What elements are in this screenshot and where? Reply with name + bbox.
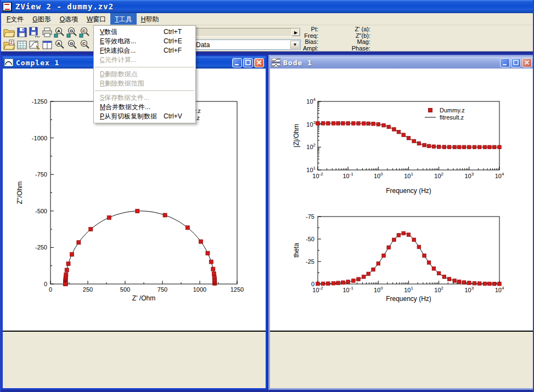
combobox-value: Data	[196, 41, 210, 49]
tools-menu-item-r: R删除数据范围	[94, 79, 195, 88]
svg-text:100: 100	[374, 286, 383, 293]
nyquist-xlabel: Z' /Ohm	[132, 294, 155, 302]
readout-label: Pt:	[276, 26, 318, 33]
readout-label: Mag:	[319, 39, 370, 46]
svg-text:C: C	[82, 29, 86, 33]
menu-bar: F文件G图形O选项W窗口T工具H帮助	[1, 13, 534, 25]
app-icon	[3, 2, 12, 12]
readout-labels-right: Z' (a):Z"(b):Mag:Phase:	[319, 26, 370, 52]
svg-text:10-2: 10-2	[312, 172, 323, 179]
zoom-a-icon[interactable]: A	[54, 39, 66, 51]
legend-label: Dummy.z	[440, 107, 465, 113]
menu-f[interactable]: F文件	[2, 13, 28, 25]
bode-window-icon	[272, 58, 280, 67]
zoom-c-data-icon[interactable]: C	[79, 26, 91, 38]
svg-text:104: 104	[306, 97, 316, 105]
zoom-g-icon[interactable]: G	[66, 39, 78, 51]
svg-text:-1250: -1250	[32, 98, 47, 105]
complex-maximize-button[interactable]	[243, 58, 253, 67]
svg-text:104: 104	[495, 286, 504, 293]
svg-text:102: 102	[306, 143, 316, 150]
graph-setup-icon[interactable]	[29, 39, 41, 51]
menu-separator	[95, 90, 194, 91]
readout-label: Bias:	[276, 39, 318, 46]
zview-main-window: ZView 2 - dummy.zv2 F文件G图形O选项W窗口T工具H帮助 ▶…	[0, 0, 534, 392]
legend-label: fitresult.z	[440, 114, 464, 121]
menu-g[interactable]: G图形	[28, 13, 55, 25]
tools-menu-item-p[interactable]: P从剪切板复制数据Ctrl+V	[94, 112, 195, 121]
bode-mag-ylabel: |Z|/Ohm	[293, 124, 300, 147]
open-file-icon[interactable]	[3, 26, 15, 38]
zoom-a-data-icon[interactable]: A	[54, 26, 66, 38]
menu-separator	[95, 67, 194, 67]
main-title-bar[interactable]: ZView 2 - dummy.zv2	[1, 0, 534, 13]
menu-o[interactable]: O选项	[55, 13, 82, 25]
menu-w[interactable]: W窗口	[82, 13, 110, 25]
tools-menu-item-s: S保存数据文件...	[94, 93, 195, 103]
svg-text:103: 103	[464, 172, 474, 179]
svg-text:10-1: 10-1	[342, 172, 353, 179]
bode-phase-xlabel: Frequency (Hz)	[386, 295, 431, 303]
svg-text:102: 102	[434, 172, 443, 179]
svg-text:101: 101	[404, 172, 413, 179]
tools-menu-item-v[interactable]: V数值Ctrl+T	[94, 27, 195, 37]
svg-text:103: 103	[306, 120, 316, 128]
window-title: ZView 2 - dummy.zv2	[15, 2, 114, 11]
svg-text:104: 104	[495, 172, 504, 179]
bode-plots[interactable]: 10-210-1100101102103104101102103104Frequ…	[270, 69, 533, 331]
readout-labels-left: Pt:Freq:Bias:Ampl:	[276, 26, 318, 52]
bode-plot-area: 10-210-1100101102103104101102103104Frequ…	[270, 69, 533, 331]
svg-text:500: 500	[120, 286, 130, 293]
svg-text:-75: -75	[306, 213, 314, 220]
menu-h[interactable]: H帮助	[137, 13, 164, 25]
menu-shortcut: Ctrl+F	[164, 46, 182, 55]
complex-minimize-button[interactable]	[232, 58, 242, 67]
svg-text:C: C	[82, 41, 86, 46]
menu-shortcut: Ctrl+E	[164, 37, 182, 46]
svg-text:G: G	[70, 41, 73, 46]
save-file-icon[interactable]	[16, 26, 28, 38]
zoom-g-data-icon[interactable]: G	[66, 26, 78, 38]
tile-windows-icon[interactable]	[41, 39, 53, 51]
svg-text:1250: 1250	[231, 286, 244, 293]
zoom-c-icon[interactable]: C	[79, 39, 91, 51]
bode-window-title: Bode 1	[283, 59, 499, 67]
svg-text:-750: -750	[35, 171, 47, 178]
open-z-file-icon[interactable]: Z	[3, 39, 15, 51]
svg-text:-250: -250	[35, 244, 47, 251]
svg-text:0: 0	[44, 281, 47, 287]
data-table-icon[interactable]	[16, 39, 28, 51]
toolbar: ▶ Data ▼ Pt:Freq:Bias:Ampl: Z' (a):Z"(b)…	[1, 25, 534, 52]
readout-label: Ampl:	[276, 46, 318, 52]
bode-close-button[interactable]	[522, 58, 532, 67]
mdi-client-area: Complex 1 0250500750100012500-250-500-75…	[1, 52, 534, 392]
complex-window-icon	[4, 59, 13, 66]
tools-menu-item-m[interactable]: M合并数据文件...	[94, 103, 195, 112]
svg-text:750: 750	[158, 286, 167, 293]
svg-text:10-1: 10-1	[342, 286, 353, 293]
readout-label: Z' (a):	[319, 26, 370, 33]
tools-menu-item-e[interactable]: E等效电路...Ctrl+E	[94, 37, 195, 46]
svg-text:101: 101	[404, 286, 413, 293]
bode-maximize-button[interactable]	[511, 58, 521, 67]
bode-window-title-bar[interactable]: Bode 1	[270, 56, 533, 69]
readout-label: Phase:	[319, 46, 370, 52]
svg-text:0: 0	[311, 281, 314, 287]
svg-text:250: 250	[83, 286, 93, 293]
complex-close-button[interactable]	[254, 58, 264, 67]
save-all-icon[interactable]	[29, 26, 41, 38]
legend-marker	[429, 109, 432, 112]
bode-minimize-button[interactable]	[500, 58, 510, 67]
bode-window: Bode 1 10-210-11001011021031041011021031…	[268, 55, 534, 390]
complex-bottom-panel	[3, 331, 266, 388]
svg-text:103: 103	[464, 286, 474, 293]
svg-text:G: G	[70, 29, 73, 33]
svg-text:Z: Z	[10, 41, 13, 44]
print-icon[interactable]	[41, 26, 53, 38]
tools-dropdown-menu: V数值Ctrl+TE等效电路...Ctrl+EF快速拟合...Ctrl+FC元件…	[93, 25, 196, 123]
svg-text:101: 101	[306, 166, 316, 173]
menu-t[interactable]: T工具	[110, 13, 136, 25]
tools-menu-item-f[interactable]: F快速拟合...Ctrl+F	[94, 46, 195, 55]
bode-bottom-panel	[270, 331, 533, 388]
svg-text:A: A	[57, 41, 60, 46]
